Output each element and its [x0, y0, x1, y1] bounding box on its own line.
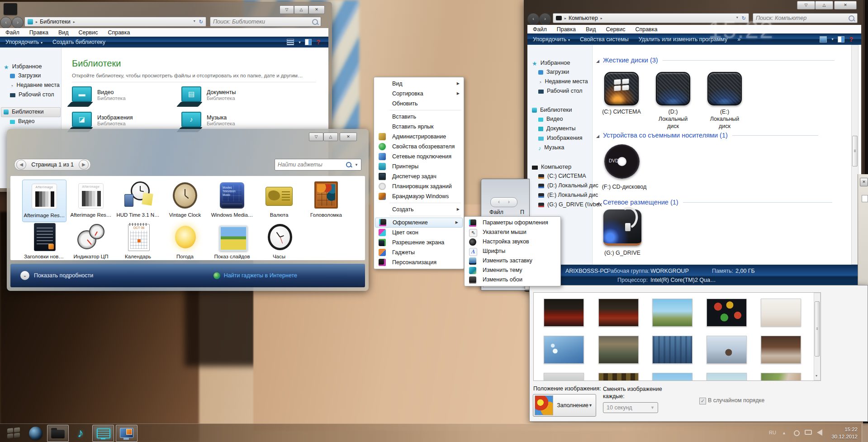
- preview-pane-icon[interactable]: [838, 36, 844, 43]
- dvd-drive-icon[interactable]: DVD: [604, 144, 640, 179]
- system-properties-button[interactable]: Свойства системы: [580, 36, 629, 43]
- organize-button[interactable]: Упорядочить ▾: [5, 39, 43, 45]
- gadget-hud-time[interactable]: HUD Time 3.1 N…: [116, 180, 160, 221]
- sidebar-group-computer[interactable]: Компьютер: [532, 163, 571, 170]
- page-prev-button[interactable]: ◀: [16, 160, 26, 170]
- shuffle-checkbox[interactable]: ✓: [699, 398, 706, 404]
- scrollbar-thumb[interactable]: [815, 301, 820, 356]
- menu-item-refresh[interactable]: Обновить: [374, 99, 464, 109]
- gadget-puzzle[interactable]: Головоломка: [304, 180, 348, 221]
- drive-e-label[interactable]: (E:) Локальный диск: [707, 108, 743, 130]
- section-network[interactable]: ◢Сетевое размещение (1): [596, 199, 832, 206]
- wallpaper-thumbnail[interactable]: [598, 299, 639, 327]
- close-button[interactable]: ✕: [340, 133, 357, 141]
- wallpaper-thumbnail[interactable]: [652, 299, 693, 327]
- gadget-afterimage-2[interactable]: Afterimage Afterimage Res…: [69, 180, 113, 221]
- gadget-clock[interactable]: Часы: [257, 221, 301, 263]
- wallpaper-thumbnail[interactable]: [761, 336, 801, 364]
- views-dropdown-icon[interactable]: ▾: [831, 37, 833, 41]
- menu-item-sort[interactable]: Сортировка▶: [374, 89, 464, 99]
- sidebar-item-documents[interactable]: Документы: [538, 125, 575, 132]
- views-icon[interactable]: [820, 36, 827, 43]
- position-dropdown[interactable]: Заполнение ▼: [533, 394, 596, 417]
- library-item-pictures[interactable]: ИзображенияБиблиотека: [97, 114, 133, 126]
- menu-item-window-color[interactable]: Цвет окон: [374, 228, 464, 238]
- sidebar-group-libraries[interactable]: Библиотеки: [532, 106, 572, 113]
- gadget-calendar[interactable]: OCT 06 Календарь: [116, 221, 160, 263]
- back-button[interactable]: ‹: [498, 199, 500, 205]
- gadget-cpu-meter[interactable]: Индикатор ЦП: [69, 221, 113, 263]
- drive-c-icon[interactable]: [604, 72, 639, 105]
- gadget-currency[interactable]: Валюта: [257, 180, 301, 221]
- network-icon[interactable]: [805, 430, 812, 435]
- gadget-search-input[interactable]: Найти гаджеты ▼: [275, 159, 361, 171]
- menu-file[interactable]: Файл: [533, 26, 547, 33]
- sidebar-item-drive-c[interactable]: (C:) СИСТЕМА: [538, 173, 586, 179]
- dvd-drive-label[interactable]: (F:) CD-дисковод: [597, 183, 651, 190]
- gadget-wmc[interactable]: MoviesTelevisionMusic Windows Media…: [210, 180, 254, 221]
- library-item-documents[interactable]: ДокументыБиблиотека: [207, 89, 236, 101]
- action-center-icon[interactable]: [794, 430, 800, 436]
- chevron-down-circle-icon[interactable]: ⌄: [20, 271, 29, 280]
- tray-language[interactable]: RU: [769, 430, 776, 435]
- maximize-button[interactable]: △: [323, 133, 338, 141]
- sidebar-item-music[interactable]: ♪Музыка: [538, 144, 564, 152]
- sidebar-item-video[interactable]: Видео: [538, 116, 563, 122]
- sidebar-item-downloads[interactable]: Загрузки: [10, 72, 41, 79]
- address-dropdown-icon[interactable]: ▾: [194, 19, 195, 25]
- minimize-button[interactable]: ▽: [797, 1, 815, 10]
- menu-item-administration[interactable]: Администрирование: [374, 132, 464, 142]
- documents-library-icon[interactable]: ▤: [180, 86, 202, 110]
- library-item-music[interactable]: МузыкаБиблиотека: [207, 114, 235, 126]
- search-input[interactable]: Поиск: Библиотеки: [210, 17, 321, 27]
- page-next-button[interactable]: ▶: [79, 160, 89, 170]
- minimize-button[interactable]: ▽: [280, 5, 294, 14]
- menu-edit[interactable]: Правка: [29, 29, 48, 36]
- new-library-button[interactable]: Создать библиотеку: [52, 39, 105, 45]
- sidebar-group-favorites[interactable]: ★Избранное: [532, 59, 570, 67]
- forward-button[interactable]: ›: [12, 17, 24, 29]
- gadget-slideshow[interactable]: Показ слайдов: [210, 221, 254, 263]
- menu-file[interactable]: Файл: [5, 29, 19, 36]
- sidebar-item-desktop[interactable]: Рабочий стол: [538, 88, 582, 94]
- volume-icon[interactable]: [817, 429, 822, 436]
- sidebar-item-recent[interactable]: ◔Недавние места: [538, 78, 588, 86]
- show-details-link[interactable]: Показать подробности: [34, 272, 93, 279]
- taskbar-item-music[interactable]: ♪: [71, 425, 90, 441]
- sidebar-group-libraries[interactable]: Библиотеки: [4, 108, 43, 115]
- views-dropdown-icon[interactable]: ▾: [299, 40, 300, 44]
- menu-truncated[interactable]: П: [520, 209, 524, 215]
- menu-tools[interactable]: Сервис: [79, 29, 98, 36]
- forward-button[interactable]: ›: [508, 199, 510, 205]
- chevron-down-icon[interactable]: ▼: [355, 163, 358, 167]
- gadget-afterimage-1[interactable]: Afterimage Afterimage Res…: [22, 180, 66, 222]
- menu-item-personalization[interactable]: Персонализация: [374, 257, 464, 267]
- wallpaper-thumbnail[interactable]: [598, 336, 639, 364]
- collapse-icon[interactable]: ◢: [596, 59, 599, 63]
- find-gadgets-online-link[interactable]: Найти гаджеты в Интернете: [224, 272, 297, 279]
- submenu-item-screensaver[interactable]: Изменить заставку: [465, 256, 560, 266]
- vertical-scrollbar[interactable]: ▾: [814, 293, 821, 380]
- taskbar-item-gadgets[interactable]: [92, 425, 114, 442]
- menu-item-view[interactable]: Вид▶: [374, 79, 464, 89]
- sidebar-item-pictures[interactable]: Изображения: [538, 135, 583, 141]
- sidebar-item-drive-e[interactable]: (E:) Локальный дис: [538, 192, 598, 198]
- close-button[interactable]: ✕: [860, 178, 868, 186]
- back-button[interactable]: ‹: [0, 17, 12, 29]
- video-library-icon[interactable]: ▬: [71, 86, 93, 110]
- wallpaper-thumbnail[interactable]: [544, 336, 584, 364]
- menu-help[interactable]: Справка: [635, 26, 657, 33]
- maximize-button[interactable]: △: [294, 5, 308, 14]
- menu-item-paste-shortcut[interactable]: Вставить ярлык: [374, 122, 464, 132]
- menu-item-task-scheduler[interactable]: Планировщик заданий: [374, 181, 464, 191]
- tray-clock[interactable]: 15:22 30.12.2012: [830, 426, 858, 440]
- collapse-icon[interactable]: ◢: [596, 134, 599, 138]
- menu-help[interactable]: Справка: [108, 29, 130, 36]
- library-item-video[interactable]: ВидеоБиблиотека: [97, 89, 126, 101]
- wallpaper-thumbnail[interactable]: [652, 336, 693, 364]
- network-drive-label[interactable]: (G:) G_DRIVE: [600, 249, 645, 257]
- shuffle-label[interactable]: В случайном порядке: [708, 397, 764, 404]
- close-button[interactable]: ✕: [308, 5, 325, 14]
- forward-button[interactable]: ›: [539, 13, 551, 25]
- sidebar-item-video[interactable]: Видео: [10, 118, 35, 124]
